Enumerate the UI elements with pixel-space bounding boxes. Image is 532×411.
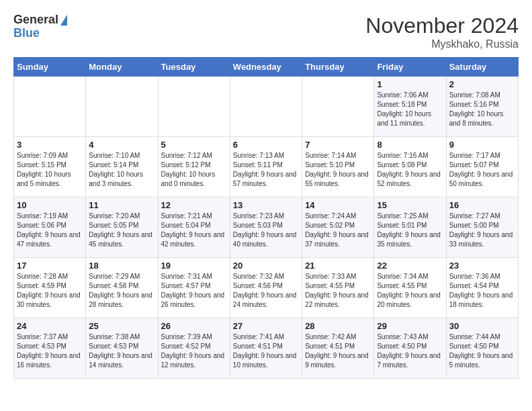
logo-general-text: General <box>13 13 58 27</box>
page: General Blue November 2024 Myskhako, Rus… <box>0 0 532 385</box>
calendar-table: SundayMondayTuesdayWednesdayThursdayFrid… <box>13 57 519 379</box>
day-number: 4 <box>89 140 154 150</box>
day-info: Sunrise: 7:12 AM Sunset: 5:12 PM Dayligh… <box>161 151 227 189</box>
calendar-cell: 9Sunrise: 7:17 AM Sunset: 5:07 PM Daylig… <box>446 137 518 197</box>
calendar-cell: 6Sunrise: 7:13 AM Sunset: 5:11 PM Daylig… <box>230 137 302 197</box>
calendar-cell: 5Sunrise: 7:12 AM Sunset: 5:12 PM Daylig… <box>158 137 230 197</box>
title-block: November 2024 Myskhako, Russia <box>365 13 519 50</box>
day-info: Sunrise: 7:10 AM Sunset: 5:14 PM Dayligh… <box>89 151 154 189</box>
day-number: 5 <box>161 140 227 150</box>
day-info: Sunrise: 7:33 AM Sunset: 4:55 PM Dayligh… <box>305 272 371 310</box>
calendar-cell: 26Sunrise: 7:39 AM Sunset: 4:52 PM Dayli… <box>158 318 230 379</box>
day-info: Sunrise: 7:39 AM Sunset: 4:52 PM Dayligh… <box>161 332 227 370</box>
day-info: Sunrise: 7:17 AM Sunset: 5:07 PM Dayligh… <box>449 151 515 189</box>
day-number: 8 <box>377 140 443 150</box>
calendar-week-1: 1Sunrise: 7:06 AM Sunset: 5:18 PM Daylig… <box>14 77 519 137</box>
calendar-cell: 2Sunrise: 7:08 AM Sunset: 5:16 PM Daylig… <box>446 77 518 137</box>
day-info: Sunrise: 7:27 AM Sunset: 5:00 PM Dayligh… <box>449 212 515 249</box>
weekday-header-row: SundayMondayTuesdayWednesdayThursdayFrid… <box>14 58 519 77</box>
day-number: 24 <box>17 321 83 331</box>
calendar-cell: 25Sunrise: 7:38 AM Sunset: 4:53 PM Dayli… <box>86 318 158 379</box>
day-info: Sunrise: 7:09 AM Sunset: 5:15 PM Dayligh… <box>17 151 83 189</box>
logo-triangle-icon <box>60 15 67 26</box>
day-info: Sunrise: 7:37 AM Sunset: 4:53 PM Dayligh… <box>17 332 83 370</box>
calendar-cell: 18Sunrise: 7:29 AM Sunset: 4:58 PM Dayli… <box>86 258 158 318</box>
day-number: 12 <box>161 200 227 210</box>
day-number: 29 <box>377 321 443 331</box>
day-number: 22 <box>377 261 443 271</box>
day-info: Sunrise: 7:43 AM Sunset: 4:50 PM Dayligh… <box>377 332 443 370</box>
day-number: 30 <box>449 321 515 331</box>
day-info: Sunrise: 7:44 AM Sunset: 4:50 PM Dayligh… <box>449 332 515 370</box>
calendar-cell: 12Sunrise: 7:21 AM Sunset: 5:04 PM Dayli… <box>158 197 230 258</box>
day-number: 28 <box>305 321 371 331</box>
day-info: Sunrise: 7:31 AM Sunset: 4:57 PM Dayligh… <box>161 272 227 310</box>
day-info: Sunrise: 7:38 AM Sunset: 4:53 PM Dayligh… <box>89 332 154 370</box>
calendar-cell <box>230 77 302 137</box>
day-info: Sunrise: 7:14 AM Sunset: 5:10 PM Dayligh… <box>305 151 371 189</box>
weekday-header-friday: Friday <box>374 58 446 77</box>
day-number: 11 <box>89 200 154 210</box>
month-title: November 2024 <box>365 13 519 38</box>
header: General Blue November 2024 Myskhako, Rus… <box>13 13 519 50</box>
calendar-cell: 14Sunrise: 7:24 AM Sunset: 5:02 PM Dayli… <box>302 197 374 258</box>
day-info: Sunrise: 7:41 AM Sunset: 4:51 PM Dayligh… <box>233 332 299 370</box>
weekday-header-thursday: Thursday <box>302 58 374 77</box>
day-info: Sunrise: 7:42 AM Sunset: 4:51 PM Dayligh… <box>305 332 371 370</box>
day-number: 23 <box>449 261 515 271</box>
day-number: 7 <box>305 140 371 150</box>
day-info: Sunrise: 7:28 AM Sunset: 4:59 PM Dayligh… <box>17 272 83 310</box>
calendar-cell: 19Sunrise: 7:31 AM Sunset: 4:57 PM Dayli… <box>158 258 230 318</box>
calendar-cell: 7Sunrise: 7:14 AM Sunset: 5:10 PM Daylig… <box>302 137 374 197</box>
calendar-cell: 28Sunrise: 7:42 AM Sunset: 4:51 PM Dayli… <box>302 318 374 379</box>
calendar-cell: 29Sunrise: 7:43 AM Sunset: 4:50 PM Dayli… <box>374 318 446 379</box>
day-info: Sunrise: 7:29 AM Sunset: 4:58 PM Dayligh… <box>89 272 154 310</box>
calendar-cell: 27Sunrise: 7:41 AM Sunset: 4:51 PM Dayli… <box>230 318 302 379</box>
day-number: 1 <box>377 79 443 89</box>
location-title: Myskhako, Russia <box>365 38 519 50</box>
day-number: 9 <box>449 140 515 150</box>
day-number: 20 <box>233 261 299 271</box>
calendar-week-5: 24Sunrise: 7:37 AM Sunset: 4:53 PM Dayli… <box>14 318 519 379</box>
calendar-body: 1Sunrise: 7:06 AM Sunset: 5:18 PM Daylig… <box>14 77 519 379</box>
calendar-week-3: 10Sunrise: 7:19 AM Sunset: 5:06 PM Dayli… <box>14 197 519 258</box>
calendar-cell: 4Sunrise: 7:10 AM Sunset: 5:14 PM Daylig… <box>86 137 158 197</box>
day-info: Sunrise: 7:25 AM Sunset: 5:01 PM Dayligh… <box>377 212 443 249</box>
calendar-header: SundayMondayTuesdayWednesdayThursdayFrid… <box>14 58 519 77</box>
day-number: 19 <box>161 261 227 271</box>
logo: General Blue <box>13 13 67 40</box>
calendar-cell: 23Sunrise: 7:36 AM Sunset: 4:54 PM Dayli… <box>446 258 518 318</box>
calendar-cell <box>14 77 86 137</box>
calendar-cell <box>302 77 374 137</box>
weekday-header-wednesday: Wednesday <box>230 58 302 77</box>
weekday-header-tuesday: Tuesday <box>158 58 230 77</box>
day-info: Sunrise: 7:16 AM Sunset: 5:08 PM Dayligh… <box>377 151 443 189</box>
day-info: Sunrise: 7:21 AM Sunset: 5:04 PM Dayligh… <box>161 212 227 249</box>
day-number: 25 <box>89 321 154 331</box>
day-number: 10 <box>17 200 83 210</box>
calendar-cell <box>158 77 230 137</box>
day-number: 13 <box>233 200 299 210</box>
calendar-cell: 20Sunrise: 7:32 AM Sunset: 4:56 PM Dayli… <box>230 258 302 318</box>
day-number: 17 <box>17 261 83 271</box>
day-info: Sunrise: 7:34 AM Sunset: 4:55 PM Dayligh… <box>377 272 443 310</box>
calendar-cell: 3Sunrise: 7:09 AM Sunset: 5:15 PM Daylig… <box>14 137 86 197</box>
calendar-cell: 17Sunrise: 7:28 AM Sunset: 4:59 PM Dayli… <box>14 258 86 318</box>
weekday-header-sunday: Sunday <box>14 58 86 77</box>
day-number: 21 <box>305 261 371 271</box>
day-info: Sunrise: 7:20 AM Sunset: 5:05 PM Dayligh… <box>89 212 154 249</box>
calendar-cell: 16Sunrise: 7:27 AM Sunset: 5:00 PM Dayli… <box>446 197 518 258</box>
calendar-cell: 30Sunrise: 7:44 AM Sunset: 4:50 PM Dayli… <box>446 318 518 379</box>
calendar-week-4: 17Sunrise: 7:28 AM Sunset: 4:59 PM Dayli… <box>14 258 519 318</box>
weekday-header-monday: Monday <box>86 58 158 77</box>
day-number: 18 <box>89 261 154 271</box>
day-info: Sunrise: 7:23 AM Sunset: 5:03 PM Dayligh… <box>233 212 299 249</box>
day-info: Sunrise: 7:24 AM Sunset: 5:02 PM Dayligh… <box>305 212 371 249</box>
day-info: Sunrise: 7:32 AM Sunset: 4:56 PM Dayligh… <box>233 272 299 310</box>
day-number: 26 <box>161 321 227 331</box>
calendar-cell: 11Sunrise: 7:20 AM Sunset: 5:05 PM Dayli… <box>86 197 158 258</box>
calendar-cell: 8Sunrise: 7:16 AM Sunset: 5:08 PM Daylig… <box>374 137 446 197</box>
day-number: 6 <box>233 140 299 150</box>
calendar-cell <box>86 77 158 137</box>
calendar-cell: 24Sunrise: 7:37 AM Sunset: 4:53 PM Dayli… <box>14 318 86 379</box>
